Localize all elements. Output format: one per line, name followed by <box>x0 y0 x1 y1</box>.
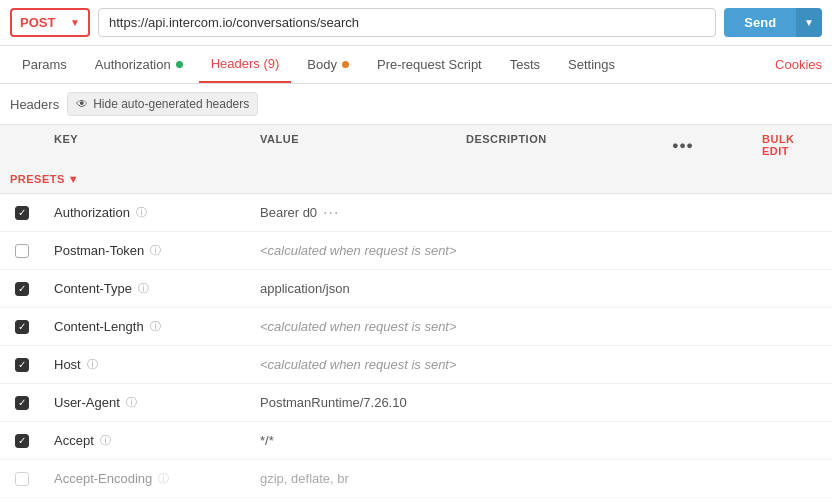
row-checkbox-accept-encoding[interactable] <box>0 466 44 492</box>
tab-body-label: Body <box>307 57 337 72</box>
value-cell[interactable]: Bearer d0··· <box>250 198 456 228</box>
row-checkbox-content-length[interactable] <box>0 314 44 340</box>
tab-headers[interactable]: Headers (9) <box>199 46 292 83</box>
info-icon[interactable]: ⓘ <box>150 243 161 258</box>
table-row: Accept-Encodingⓘ gzip, deflate, br <box>0 460 832 498</box>
method-chevron-icon: ▼ <box>70 17 80 28</box>
table-row: Content-Lengthⓘ <calculated when request… <box>0 308 832 346</box>
row-checkbox-user-agent[interactable] <box>0 390 44 416</box>
th-description: DESCRIPTION <box>456 125 662 165</box>
value-cell: <calculated when request is sent> <box>250 351 456 378</box>
send-button[interactable]: Send <box>724 8 796 37</box>
info-icon[interactable]: ⓘ <box>87 357 98 372</box>
checkbox-postman-token[interactable] <box>15 244 29 258</box>
th-dots: ●●● <box>662 125 752 165</box>
table-row: Hostⓘ <calculated when request is sent> <box>0 346 832 384</box>
extra-cell <box>662 435 752 447</box>
tab-bar: Params Authorization Headers (9) Body Pr… <box>0 46 832 84</box>
key-cell: Content-Lengthⓘ <box>44 313 250 340</box>
key-cell: Authorizationⓘ <box>44 199 250 226</box>
checkbox-user-agent[interactable] <box>15 396 29 410</box>
key-cell: Postman-Tokenⓘ <box>44 237 250 264</box>
row-checkbox-host[interactable] <box>0 352 44 378</box>
desc-cell <box>456 283 662 295</box>
key-cell: Hostⓘ <box>44 351 250 378</box>
desc-cell <box>456 397 662 409</box>
value-cell: <calculated when request is sent> <box>250 313 456 340</box>
extra-cell <box>662 207 752 219</box>
tab-settings[interactable]: Settings <box>556 47 627 82</box>
extra-cell2 <box>752 435 832 447</box>
info-icon[interactable]: ⓘ <box>158 471 169 486</box>
send-dropdown-button[interactable]: ▼ <box>796 8 822 37</box>
checkbox-host[interactable] <box>15 358 29 372</box>
tab-headers-label: Headers (9) <box>211 56 280 71</box>
desc-cell <box>456 245 662 257</box>
info-icon[interactable]: ⓘ <box>136 205 147 220</box>
desc-cell <box>456 207 662 219</box>
key-cell: Acceptⓘ <box>44 427 250 454</box>
method-dropdown[interactable]: POST ▼ <box>10 8 90 37</box>
headers-toolbar: Headers 👁 Hide auto-generated headers <box>0 84 832 125</box>
tab-tests[interactable]: Tests <box>498 47 552 82</box>
body-dot <box>342 61 349 68</box>
bulk-edit-button[interactable]: Bulk Edit <box>752 125 832 165</box>
tab-tests-label: Tests <box>510 57 540 72</box>
extra-cell <box>662 397 752 409</box>
tab-authorization-label: Authorization <box>95 57 171 72</box>
tab-authorization[interactable]: Authorization <box>83 47 195 82</box>
checkbox-content-type[interactable] <box>15 282 29 296</box>
hide-auto-label: Hide auto-generated headers <box>93 97 249 111</box>
key-cell: Accept-Encodingⓘ <box>44 465 250 492</box>
extra-cell <box>662 321 752 333</box>
table-row: Authorizationⓘ Bearer d0··· <box>0 194 832 232</box>
table-row: Postman-Tokenⓘ <calculated when request … <box>0 232 832 270</box>
th-value: VALUE <box>250 125 456 165</box>
headers-table: KEY VALUE DESCRIPTION ●●● Bulk Edit Pres… <box>0 125 832 502</box>
headers-section-label: Headers <box>10 97 59 112</box>
tab-params[interactable]: Params <box>10 47 79 82</box>
checkbox-accept-encoding[interactable] <box>15 472 29 486</box>
eye-icon: 👁 <box>76 97 88 111</box>
extra-cell2 <box>752 245 832 257</box>
row-checkbox-accept[interactable] <box>0 428 44 454</box>
send-button-group: Send ▼ <box>724 8 822 37</box>
key-cell: User-Agentⓘ <box>44 389 250 416</box>
row-checkbox-authorization[interactable] <box>0 200 44 226</box>
table-row: Acceptⓘ */* <box>0 422 832 460</box>
authorization-dot <box>176 61 183 68</box>
info-icon[interactable]: ⓘ <box>100 433 111 448</box>
row-checkbox-postman-token[interactable] <box>0 238 44 264</box>
tab-settings-label: Settings <box>568 57 615 72</box>
info-icon[interactable]: ⓘ <box>126 395 137 410</box>
tab-params-label: Params <box>22 57 67 72</box>
value-cell: */* <box>250 427 456 454</box>
more-options-icon[interactable]: ··· <box>323 204 339 222</box>
value-cell: gzip, deflate, br <box>250 465 456 492</box>
extra-cell2 <box>752 283 832 295</box>
key-cell: Content-Typeⓘ <box>44 275 250 302</box>
cookies-button[interactable]: Cookies <box>775 57 822 72</box>
tab-body[interactable]: Body <box>295 47 361 82</box>
method-label: POST <box>20 15 55 30</box>
tab-prerequest[interactable]: Pre-request Script <box>365 47 494 82</box>
checkbox-accept[interactable] <box>15 434 29 448</box>
desc-cell <box>456 473 662 485</box>
extra-cell2 <box>752 397 832 409</box>
extra-cell <box>662 245 752 257</box>
info-icon[interactable]: ⓘ <box>150 319 161 334</box>
presets-button[interactable]: Presets ▼ <box>0 165 44 193</box>
info-icon[interactable]: ⓘ <box>138 281 149 296</box>
value-cell: application/json <box>250 275 456 302</box>
checkbox-content-length[interactable] <box>15 320 29 334</box>
presets-chevron-icon: ▼ <box>68 173 79 185</box>
extra-cell2 <box>752 207 832 219</box>
top-bar: POST ▼ Send ▼ <box>0 0 832 46</box>
hide-auto-headers-button[interactable]: 👁 Hide auto-generated headers <box>67 92 258 116</box>
checkbox-authorization[interactable] <box>15 206 29 220</box>
row-checkbox-content-type[interactable] <box>0 276 44 302</box>
table-row: Connectionⓘ keep-alive <box>0 498 832 502</box>
url-input[interactable] <box>98 8 716 37</box>
desc-cell <box>456 321 662 333</box>
th-checkbox <box>0 125 44 165</box>
